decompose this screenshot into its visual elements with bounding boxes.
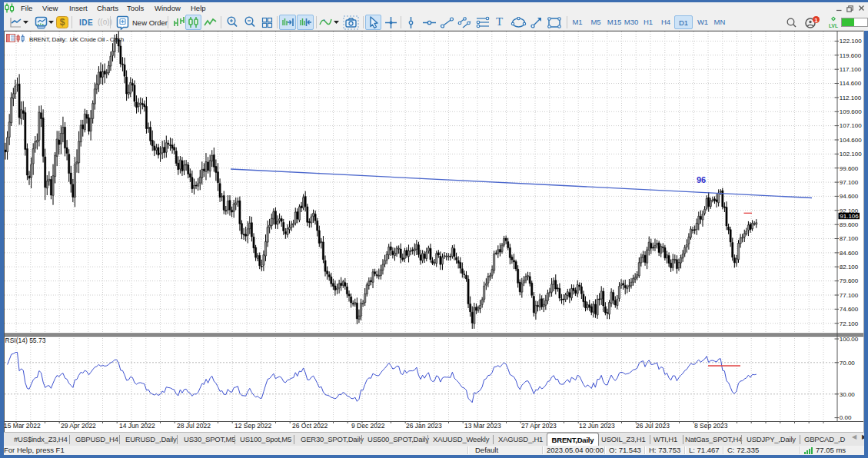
svg-text:26 Oct 2022: 26 Oct 2022 xyxy=(292,422,328,430)
svg-text:8 Sep 2023: 8 Sep 2023 xyxy=(694,422,728,430)
svg-text:82.100: 82.100 xyxy=(840,264,859,270)
svg-text:1: 1 xyxy=(814,17,818,24)
svg-text:29 Apr 2022: 29 Apr 2022 xyxy=(61,422,96,430)
svg-text:13 Mar 2023: 13 Mar 2023 xyxy=(464,422,501,430)
svg-text:RSI(14) 55.73: RSI(14) 55.73 xyxy=(5,337,46,344)
svg-text:87.100: 87.100 xyxy=(840,235,859,242)
svg-text:14 Jun 2022: 14 Jun 2022 xyxy=(119,422,155,430)
svg-text:99.600: 99.600 xyxy=(840,165,859,172)
svg-text:12 Jun 2023: 12 Jun 2023 xyxy=(579,422,615,430)
svg-text:96: 96 xyxy=(697,175,706,184)
svg-text:109.600: 109.600 xyxy=(840,108,862,115)
svg-text:104.600: 104.600 xyxy=(840,137,862,144)
svg-text:102.100: 102.100 xyxy=(840,151,862,158)
svg-text:94.600: 94.600 xyxy=(840,193,859,200)
svg-text:27 Apr 2023: 27 Apr 2023 xyxy=(521,422,557,430)
svg-text:100.00: 100.00 xyxy=(840,336,859,343)
svg-text:28 Jul 2022: 28 Jul 2022 xyxy=(177,422,211,430)
svg-text:LVL: LVL xyxy=(829,23,838,28)
svg-text:72.100: 72.100 xyxy=(840,320,859,327)
svg-text:74.600: 74.600 xyxy=(840,306,859,313)
svg-text:77.100: 77.100 xyxy=(840,292,859,299)
svg-text:26 Jan 2023: 26 Jan 2023 xyxy=(406,422,442,430)
svg-text:9 Dec 2022: 9 Dec 2022 xyxy=(351,422,385,430)
svg-text:114.600: 114.600 xyxy=(840,80,862,87)
svg-text:119.600: 119.600 xyxy=(840,52,862,59)
svg-text:122.100: 122.100 xyxy=(840,38,862,45)
svg-text:79.600: 79.600 xyxy=(840,277,859,284)
svg-text:91.106: 91.106 xyxy=(840,213,859,220)
svg-text:117.100: 117.100 xyxy=(840,66,862,73)
svg-text:107.100: 107.100 xyxy=(840,122,862,129)
svg-text:0.00: 0.00 xyxy=(840,414,852,421)
svg-text:30.00: 30.00 xyxy=(840,391,856,398)
svg-text:84.600: 84.600 xyxy=(840,250,859,257)
svg-text:12 Sep 2022: 12 Sep 2022 xyxy=(234,422,271,430)
svg-text:89.600: 89.600 xyxy=(840,221,859,228)
svg-text:70.00: 70.00 xyxy=(840,360,856,367)
svg-text:112.100: 112.100 xyxy=(840,95,862,101)
svg-text:26 Jul 2023: 26 Jul 2023 xyxy=(636,422,670,430)
svg-text:$: $ xyxy=(60,17,65,28)
svg-text:97.100: 97.100 xyxy=(840,179,859,186)
svg-text:15 Mar 2022: 15 Mar 2022 xyxy=(4,422,41,430)
